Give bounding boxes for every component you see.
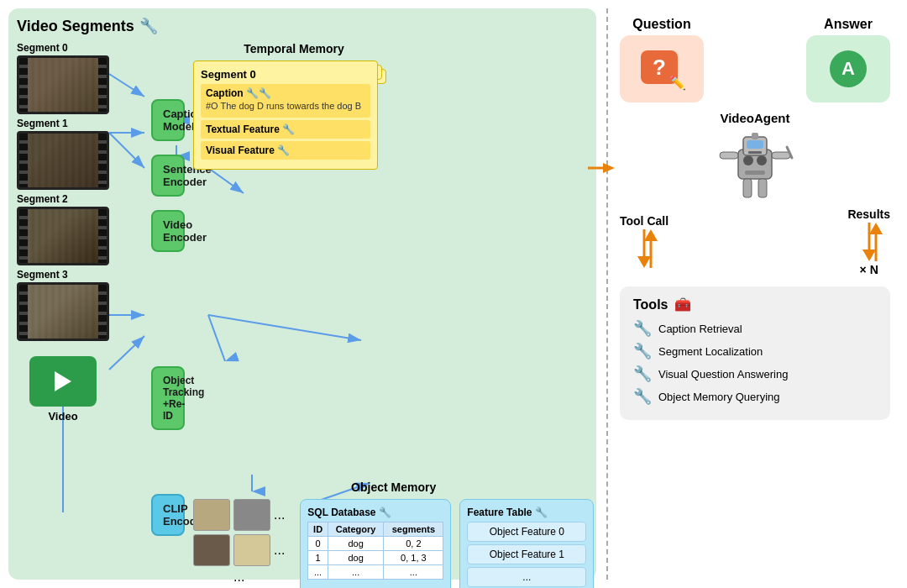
sql-seg-dots: ... bbox=[384, 565, 443, 580]
video-agent-section: VideoAgent bbox=[713, 111, 797, 204]
svg-marker-37 bbox=[869, 223, 883, 234]
object-memory-content: ... ... ... SQL Database 🔧 bbox=[193, 499, 594, 588]
sql-seg-0: 0, 2 bbox=[384, 537, 443, 551]
robot-icon bbox=[713, 129, 797, 204]
tool-icon-0: 🔧 bbox=[633, 319, 652, 338]
tool-item-2: 🔧 Visual Question Answering bbox=[633, 365, 877, 383]
sql-id-dots: ... bbox=[308, 565, 328, 580]
tool-icon-3: 🔧 bbox=[633, 387, 652, 406]
results-arrow-svg bbox=[852, 221, 886, 263]
sentence-encoder-box: Sentence Encoder bbox=[151, 155, 185, 197]
sql-title: SQL Database 🔧 bbox=[307, 507, 443, 518]
panel-title: Video Segments 🔧 bbox=[17, 17, 588, 35]
svg-marker-33 bbox=[644, 229, 658, 241]
svg-point-18 bbox=[743, 155, 753, 165]
thumb-mini-0 bbox=[193, 499, 230, 531]
results-section: Results × N bbox=[847, 207, 890, 276]
sql-row-0: 0 dog 0, 2 bbox=[308, 537, 443, 551]
tm-segment-label: Segment 0 bbox=[201, 68, 370, 81]
segment-3-thumb bbox=[17, 282, 109, 341]
segment-3: Segment 3 bbox=[17, 269, 109, 341]
question-box: ? ✏️ bbox=[620, 35, 704, 102]
sql-col-category: Category bbox=[328, 522, 384, 537]
segment-2: Segment 2 bbox=[17, 193, 109, 265]
caption-model-box: Caption Model bbox=[151, 99, 185, 141]
temporal-memory-title: Temporal Memory bbox=[193, 42, 395, 55]
object-tracking-container: Object Tracking +Re-ID bbox=[151, 366, 185, 430]
object-memory-title: Object Memory bbox=[193, 480, 594, 494]
feature-item-dots: ... bbox=[467, 567, 586, 587]
segments-column: Segment 0 Segment 1 Segment 2 bbox=[17, 42, 109, 571]
feature-table-title: Feature Table 🔧 bbox=[467, 507, 586, 518]
svg-rect-28 bbox=[747, 140, 763, 149]
tools-title-text: Tools bbox=[633, 297, 668, 312]
tool-label-1: Segment Localization bbox=[658, 345, 763, 358]
thumb-ellipsis: ... bbox=[193, 570, 285, 585]
agent-label: VideoAgent bbox=[720, 111, 789, 125]
svg-rect-20 bbox=[745, 171, 765, 175]
sql-table: ID Category segments 0 dog 0 bbox=[307, 522, 443, 580]
results-label: Results bbox=[847, 207, 890, 221]
segment-0: Segment 0 bbox=[17, 42, 109, 114]
tool-label-0: Caption Retrieval bbox=[658, 323, 742, 335]
feature-table-box: Feature Table 🔧 Object Feature 0 Object … bbox=[459, 499, 594, 588]
svg-marker-35 bbox=[862, 249, 876, 261]
sql-row-1: 1 dog 0, 1, 3 bbox=[308, 551, 443, 565]
temporal-memory-cards: Segment 0 Caption 🔧🔧 #O The dog D runs t… bbox=[193, 60, 395, 262]
segment-2-thumb bbox=[17, 207, 109, 265]
tool-label-2: Visual Question Answering bbox=[658, 368, 788, 381]
memory-column: Temporal Memory Segment 0 Caption 🔧🔧 #O … bbox=[185, 42, 594, 571]
feature-item-0: Object Feature 0 bbox=[467, 522, 586, 542]
tool-item-1: 🔧 Segment Localization bbox=[633, 342, 877, 360]
sql-database-box: SQL Database 🔧 ID Category segments bbox=[300, 499, 451, 588]
tm-caption-label: Caption 🔧🔧 #O The dog D runs towards the… bbox=[201, 84, 370, 118]
tm-visual-feature: Visual Feature 🔧 bbox=[201, 141, 370, 160]
answer-label: Answer bbox=[824, 17, 873, 32]
tools-title: Tools 🧰 bbox=[633, 297, 877, 312]
tool-call-label: Tool Call bbox=[620, 214, 668, 228]
vertical-divider bbox=[606, 8, 608, 580]
segment-0-label: Segment 0 bbox=[17, 42, 68, 54]
question-icon-area: ? ✏️ bbox=[641, 50, 683, 87]
tool-call-arrow-svg bbox=[627, 228, 661, 270]
svg-rect-29 bbox=[748, 151, 762, 154]
sql-id-1: 1 bbox=[308, 551, 328, 565]
left-panel: Video Segments 🔧 bbox=[8, 8, 596, 580]
tm-card-front: Segment 0 Caption 🔧🔧 #O The dog D runs t… bbox=[193, 60, 378, 170]
svg-rect-22 bbox=[752, 133, 758, 139]
video-area: Video bbox=[17, 349, 109, 423]
clip-encoder-box: CLIP Encoder bbox=[151, 494, 185, 536]
feature-item-1: Object Feature 1 bbox=[467, 544, 586, 564]
segment-2-label: Segment 2 bbox=[17, 193, 68, 205]
svg-marker-31 bbox=[637, 256, 651, 268]
tools-box: Tools 🧰 🔧 Caption Retrieval 🔧 Segment Lo… bbox=[620, 286, 890, 420]
qa-row: Question ? ✏️ Answer A bbox=[620, 17, 890, 102]
tool-icon-2: 🔧 bbox=[633, 365, 652, 383]
temporal-memory: Temporal Memory Segment 0 Caption 🔧🔧 #O … bbox=[193, 42, 395, 262]
pencil-icon: ✏️ bbox=[669, 75, 686, 91]
thumb-mini-3 bbox=[233, 534, 270, 566]
tool-icon-1: 🔧 bbox=[633, 342, 652, 360]
sql-seg-1: 0, 1, 3 bbox=[384, 551, 443, 565]
svg-rect-26 bbox=[743, 179, 752, 197]
processors-column: Caption Model Sentence Encoder Video Enc… bbox=[109, 42, 185, 571]
answer-letter: A bbox=[841, 58, 855, 80]
object-memory: Object Memory ... bbox=[193, 480, 594, 588]
left-content: Segment 0 Segment 1 Segment 2 bbox=[17, 42, 588, 571]
object-tracking-box: Object Tracking +Re-ID bbox=[151, 366, 185, 430]
thumb-row-2: ... bbox=[193, 534, 285, 566]
panel-title-text: Video Segments bbox=[17, 18, 134, 35]
video-encoder-box: Video Encoder bbox=[151, 210, 185, 252]
tool-item-0: 🔧 Caption Retrieval bbox=[633, 319, 877, 338]
segment-0-thumb bbox=[17, 55, 109, 114]
tm-caption-text: #O The dog D runs towards the dog B bbox=[206, 101, 365, 111]
svg-rect-27 bbox=[758, 179, 767, 197]
video-icon bbox=[29, 356, 97, 407]
clip-encoder-container: CLIP Encoder bbox=[151, 494, 185, 536]
video-label: Video bbox=[48, 410, 77, 423]
segment-1: Segment 1 bbox=[17, 118, 109, 190]
main-container: Video Segments 🔧 bbox=[0, 0, 907, 588]
tool-item-3: 🔧 Object Memory Querying bbox=[633, 387, 877, 406]
segment-3-label: Segment 3 bbox=[17, 269, 68, 281]
times-n-label: × N bbox=[860, 263, 878, 276]
